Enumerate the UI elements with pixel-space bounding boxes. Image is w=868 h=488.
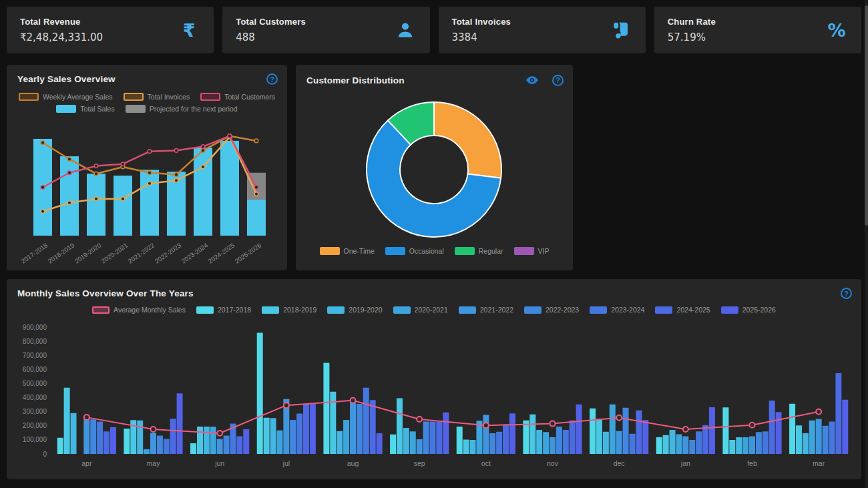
bar-2020-2021[interactable] — [809, 421, 815, 454]
line-point[interactable] — [148, 150, 152, 154]
total-sales-bar[interactable] — [114, 176, 132, 236]
bar-2017-2018[interactable] — [57, 438, 63, 454]
bar-2022-2023[interactable] — [357, 404, 363, 454]
bar-2018-2019[interactable] — [663, 435, 669, 454]
bar-2019-2020[interactable] — [137, 421, 143, 454]
bar-2023-2024[interactable] — [429, 421, 435, 454]
line-point[interactable] — [41, 186, 45, 190]
bar-2017-2018[interactable] — [722, 407, 728, 454]
legend-item-projected-for-the-next-period[interactable]: Projected for the next period — [126, 105, 238, 113]
help-icon[interactable]: ? — [266, 73, 278, 85]
bar-2021-2022[interactable] — [83, 419, 89, 454]
monthly-sales-chart[interactable]: 900,000800,000700,000600,000500,000400,0… — [7, 314, 861, 477]
average-line-point[interactable] — [683, 427, 688, 432]
bar-2018-2019[interactable] — [729, 440, 735, 454]
bar-2024-2025[interactable] — [835, 373, 841, 454]
legend-item-2019-2020[interactable]: 2019-2020 — [327, 306, 382, 314]
legend-item-2018-2019[interactable]: 2018-2019 — [262, 306, 316, 314]
bar-2018-2019[interactable] — [796, 425, 802, 454]
bar-2024-2025[interactable] — [303, 404, 309, 454]
eye-icon[interactable] — [525, 73, 539, 87]
line-point[interactable] — [228, 134, 232, 138]
line-point[interactable] — [174, 179, 178, 183]
bar-2022-2023[interactable] — [556, 427, 562, 454]
bar-2025-2026[interactable] — [377, 433, 383, 454]
average-line-point[interactable] — [217, 431, 222, 436]
bar-2018-2019[interactable] — [330, 392, 336, 454]
line-point[interactable] — [67, 171, 71, 175]
help-icon[interactable]: ? — [552, 75, 564, 86]
bar-2025-2026[interactable] — [110, 427, 116, 454]
scrollbar[interactable] — [865, 0, 868, 488]
line-point[interactable] — [201, 149, 205, 153]
legend-item-2021-2022[interactable]: 2021-2022 — [459, 306, 513, 314]
bar-2018-2019[interactable] — [64, 388, 70, 454]
bar-2023-2024[interactable] — [829, 421, 835, 454]
average-line-point[interactable] — [616, 415, 622, 421]
line-point[interactable] — [121, 197, 125, 201]
bar-2020-2021[interactable] — [410, 431, 416, 454]
bar-2021-2022[interactable] — [217, 439, 223, 454]
bar-2025-2026[interactable] — [776, 412, 782, 454]
bar-2023-2024[interactable] — [363, 388, 369, 454]
bar-2018-2019[interactable] — [197, 427, 203, 454]
bar-2024-2025[interactable] — [103, 431, 110, 454]
bar-2022-2023[interactable] — [157, 436, 163, 454]
bar-2022-2023[interactable] — [489, 433, 495, 454]
average-line-point[interactable] — [417, 417, 422, 422]
legend-item-2024-2025[interactable]: 2024-2025 — [655, 306, 710, 314]
bar-2025-2026[interactable] — [310, 404, 316, 454]
bar-2017-2018[interactable] — [457, 427, 463, 454]
bar-2022-2023[interactable] — [756, 432, 762, 454]
legend-item-2017-2018[interactable]: 2017-2018 — [196, 306, 251, 314]
legend-item-2023-2024[interactable]: 2023-2024 — [590, 306, 644, 314]
legend-item-one-time[interactable]: One-Time — [320, 247, 375, 255]
total-sales-bar[interactable] — [60, 156, 79, 236]
bar-2017-2018[interactable] — [124, 429, 130, 454]
bar-2020-2021[interactable] — [543, 432, 549, 454]
bar-2018-2019[interactable] — [596, 419, 602, 454]
bar-2019-2020[interactable] — [803, 433, 809, 454]
bar-2018-2019[interactable] — [463, 439, 469, 454]
legend-item-2020-2021[interactable]: 2020-2021 — [393, 306, 448, 314]
line-point[interactable] — [174, 173, 178, 177]
line-point[interactable] — [148, 182, 152, 186]
average-line[interactable] — [87, 401, 819, 433]
bar-2021-2022[interactable] — [350, 402, 356, 454]
line-point[interactable] — [67, 201, 71, 205]
bar-2019-2020[interactable] — [470, 440, 476, 454]
average-line-point[interactable] — [284, 403, 289, 408]
line-point[interactable] — [254, 186, 258, 190]
bar-2021-2022[interactable] — [483, 415, 489, 454]
legend-item-weekly-average-sales[interactable]: Weekly Average Sales — [19, 93, 113, 101]
bar-2021-2022[interactable] — [150, 433, 156, 454]
legend-item-regular[interactable]: Regular — [455, 247, 503, 255]
bar-2017-2018[interactable] — [390, 435, 396, 454]
average-line-point[interactable] — [550, 421, 556, 427]
bar-2025-2026[interactable] — [243, 429, 249, 454]
total-sales-bar[interactable] — [220, 141, 239, 236]
legend-item-vip[interactable]: VIP — [514, 247, 550, 255]
total-sales-bar[interactable] — [87, 174, 105, 236]
line-point[interactable] — [201, 145, 205, 149]
bar-2020-2021[interactable] — [276, 431, 282, 454]
total-sales-bar[interactable] — [140, 170, 159, 236]
bar-2025-2026[interactable] — [642, 420, 648, 454]
bar-2023-2024[interactable] — [629, 434, 635, 454]
total-sales-bar[interactable] — [247, 200, 266, 236]
bar-2021-2022[interactable] — [816, 419, 822, 454]
line-point[interactable] — [94, 197, 98, 201]
bar-2023-2024[interactable] — [763, 431, 769, 454]
bar-2017-2018[interactable] — [789, 404, 795, 454]
bar-2019-2020[interactable] — [403, 428, 409, 454]
bar-2019-2020[interactable] — [337, 431, 343, 454]
bar-2022-2023[interactable] — [423, 421, 429, 454]
line-point[interactable] — [148, 171, 152, 175]
bar-2017-2018[interactable] — [656, 437, 662, 454]
scrollbar-thumb[interactable] — [865, 5, 868, 226]
average-line-point[interactable] — [483, 423, 489, 428]
average-line-point[interactable] — [750, 423, 755, 428]
bar-2017-2018[interactable] — [523, 421, 529, 454]
line-point[interactable] — [254, 192, 258, 196]
legend-item-total-invoices[interactable]: Total Invoices — [124, 93, 190, 101]
